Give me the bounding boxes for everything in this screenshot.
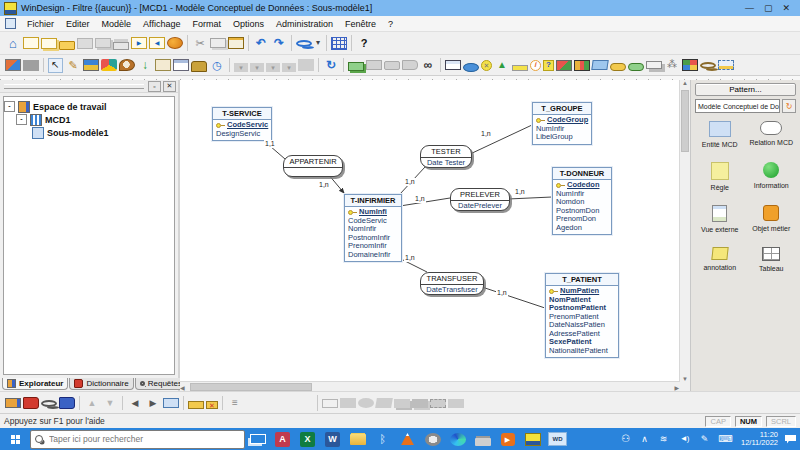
volume-icon[interactable]: ◄) (678, 432, 691, 446)
open-folder-icon[interactable] (59, 41, 75, 50)
find-object-icon[interactable] (700, 62, 716, 69)
scroll-thumb[interactable] (681, 90, 689, 152)
separator[interactable] (248, 35, 249, 51)
align-position-icon[interactable]: ▾ (234, 63, 248, 72)
new-entity-icon[interactable] (445, 60, 461, 70)
diagram-canvas[interactable]: T-SERVICE CodeServic DesignServic T_GROU… (180, 80, 690, 392)
network-icon[interactable]: ≋ (659, 432, 669, 446)
explorer-tree-icon[interactable] (5, 398, 21, 408)
tab-explorateur[interactable]: Explorateur (2, 378, 68, 390)
touch-keyboard-icon[interactable]: ⌨ (719, 432, 733, 446)
app-circle-icon[interactable] (420, 428, 445, 450)
import-model-icon[interactable]: ◀ (149, 37, 165, 49)
separator[interactable] (122, 396, 123, 410)
goto-diagram-icon[interactable] (163, 398, 179, 408)
web-publish-icon[interactable] (167, 37, 183, 49)
export-model-icon[interactable]: ▶ (131, 37, 147, 49)
tree-node-mcd1[interactable]: - MCD1 (4, 113, 174, 126)
start-button[interactable] (0, 428, 30, 450)
entity-t-groupe[interactable]: T_GROUPE CodeGroup NumInfir LibelGroup (532, 102, 592, 145)
panel-grip[interactable] (4, 84, 144, 89)
menu-item[interactable]: Modèle (96, 19, 138, 29)
menu-item[interactable]: Editer (60, 19, 96, 29)
gray-box-icon[interactable] (23, 60, 39, 71)
pencil-tool-icon[interactable]: ✎ (65, 57, 81, 73)
group-objects-icon[interactable]: ⁂ (664, 57, 680, 73)
word-icon[interactable]: W (320, 428, 345, 450)
entity-t-donneur[interactable]: T-DONNEUR Codedon NumInfir Nomdon Postno… (552, 167, 612, 235)
distribute-icon[interactable]: ▾ (250, 63, 264, 72)
separator[interactable] (183, 396, 184, 410)
copy-icon[interactable] (210, 38, 226, 48)
refresh-icon[interactable]: ↻ (323, 57, 339, 73)
link-rule-icon[interactable] (556, 60, 572, 71)
separator[interactable] (79, 396, 80, 410)
relation-tester[interactable]: TESTER Date Tester (420, 145, 472, 168)
new-relation-icon[interactable] (463, 63, 479, 72)
lock-gray-icon[interactable] (366, 60, 382, 70)
separator[interactable] (318, 58, 319, 72)
information-icon[interactable]: i (530, 60, 541, 71)
separator[interactable] (291, 35, 292, 51)
note-pad-icon[interactable] (155, 59, 171, 71)
model-type-select[interactable]: Modèle Conceptuel de Do ▼ (695, 99, 780, 113)
separator[interactable] (222, 396, 223, 410)
people-icon[interactable]: ⚇ (621, 432, 631, 446)
home-icon[interactable]: ⌂ (5, 35, 21, 51)
panel-maximize-icon[interactable]: ▫ (148, 81, 161, 92)
save-all-icon[interactable] (95, 38, 111, 48)
separator[interactable] (43, 58, 44, 72)
dictionary-icon[interactable] (23, 397, 39, 409)
menu-item[interactable]: Options (227, 19, 270, 29)
view-fold-icon[interactable] (591, 60, 608, 70)
collapse-icon[interactable]: - (4, 101, 15, 112)
separator[interactable] (187, 35, 188, 51)
taskbar-clock[interactable]: 11:20 12/11/2022 (741, 431, 778, 448)
shapes-tool-icon[interactable] (101, 59, 117, 71)
dependency-icon[interactable]: ▲ (494, 57, 510, 73)
domain-table-icon[interactable] (574, 60, 590, 71)
hierarchy-tool-icon[interactable] (83, 59, 99, 71)
paste-icon[interactable] (228, 37, 244, 49)
tree-node-sous-modele1[interactable]: Sous-modèle1 (4, 126, 174, 139)
media-player-icon[interactable]: ▶ (495, 428, 520, 450)
reload-palette-icon[interactable]: ↻ (782, 99, 796, 113)
vertical-scrollbar[interactable]: ▲▼ (679, 80, 690, 382)
menu-item[interactable]: Format (186, 19, 227, 29)
comment-gray-icon[interactable] (384, 61, 400, 70)
palette-annotation[interactable]: annotation (695, 247, 745, 272)
scroll-thumb[interactable] (190, 383, 312, 391)
select-tool-icon[interactable]: ↖ (48, 58, 63, 73)
hide-label-icon[interactable]: ✕ (206, 401, 218, 409)
zoom-dropdown-icon[interactable]: ▾ (314, 35, 322, 51)
cut-icon[interactable]: ✂ (192, 35, 208, 51)
catalog-icon[interactable] (59, 397, 75, 409)
prev-icon[interactable]: ◀ (127, 395, 143, 411)
order-icon[interactable]: ▾ (282, 63, 296, 72)
palette-regle[interactable]: Règle (695, 162, 745, 191)
pill-green-icon[interactable] (628, 63, 644, 71)
resize-tool-icon[interactable] (298, 59, 314, 71)
chevron-down-icon[interactable]: ▼ (779, 100, 780, 112)
pattern-button[interactable]: Pattern... (695, 83, 796, 96)
pill-yellow-icon[interactable] (610, 63, 626, 71)
new-file-icon[interactable] (23, 37, 39, 49)
stack-copy-icon[interactable] (348, 62, 364, 71)
minimize-button[interactable]: — (745, 3, 754, 13)
zoom-icon[interactable] (296, 40, 312, 47)
vlc-icon[interactable] (395, 428, 420, 450)
separator[interactable] (343, 58, 344, 72)
auto-layout-icon[interactable]: ↓ (137, 57, 153, 73)
search-input[interactable] (47, 433, 240, 445)
collapse-icon[interactable]: - (16, 114, 27, 125)
access-icon[interactable]: A (270, 428, 295, 450)
excel-icon[interactable]: X (295, 428, 320, 450)
flag-gray-icon[interactable] (402, 60, 418, 70)
cube-icon[interactable] (682, 59, 698, 71)
relation-prelever[interactable]: PRELEVER DatePrelever (450, 188, 510, 211)
windesign-icon[interactable]: WD (545, 428, 570, 450)
entity-t-patient[interactable]: T_PATIENT NumPatien NomPatient PostnomPa… (545, 273, 619, 358)
task-view-icon[interactable] (245, 428, 270, 450)
entity-t-service[interactable]: T-SERVICE CodeServic DesignServic (212, 107, 272, 141)
menu-item[interactable]: Fichier (21, 19, 60, 29)
